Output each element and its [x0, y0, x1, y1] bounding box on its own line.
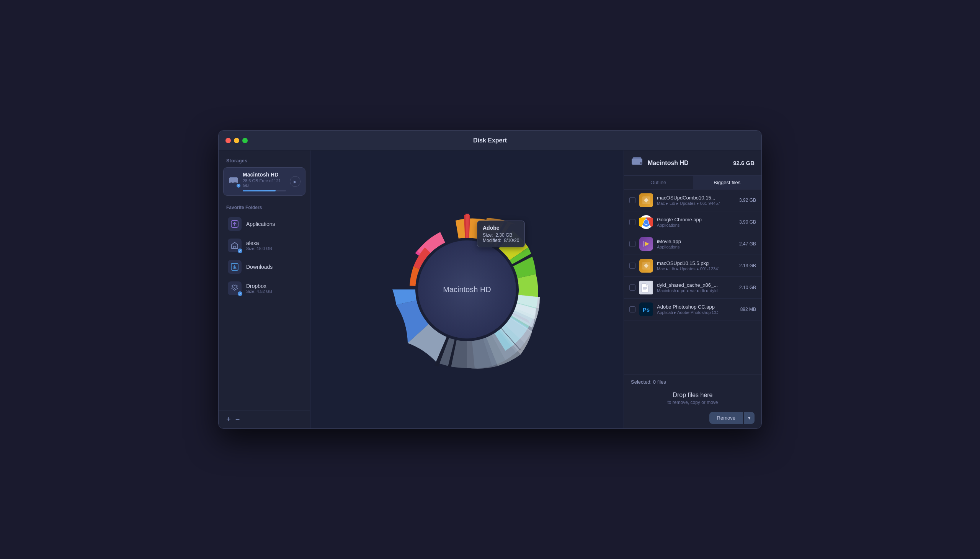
right-tabs: Outline Biggest files	[624, 176, 762, 190]
right-drive-size: 92.6 GB	[733, 160, 755, 166]
tooltip-size-label: Size:	[483, 232, 493, 238]
dropbox-text: Dropbox Size: 4.52 GB	[246, 283, 272, 294]
storages-label: Storages	[218, 158, 310, 167]
file-name: Adobe Photoshop CC.app	[657, 304, 737, 310]
file-name: macOSUpdCombo10.15...	[657, 195, 735, 201]
tooltip-size-value: 2.30 GB	[495, 232, 512, 238]
svg-rect-5	[233, 246, 236, 248]
alexa-name: alexa	[246, 240, 272, 246]
storage-info: Macintosh HD 28.6 GB Free of 121 GB	[243, 172, 286, 192]
close-button[interactable]	[225, 138, 231, 143]
tab-biggest-files[interactable]: Biggest files	[693, 176, 762, 189]
chart-area: Macintosh HD Adobe Size: 2.30 GB Modifie…	[311, 150, 624, 428]
file-icon-chrome	[639, 215, 653, 229]
svg-rect-3	[233, 182, 236, 183]
sidebar-bottom: + −	[218, 410, 310, 428]
file-checkbox[interactable]	[630, 306, 635, 313]
right-panel: Macintosh HD 92.6 GB Outline Biggest fil…	[624, 150, 762, 428]
file-icon-pkg	[639, 194, 653, 207]
svg-point-9	[418, 240, 516, 339]
selected-count: Selected: 0 files	[631, 379, 755, 385]
file-icon-pkg2	[639, 259, 653, 273]
traffic-lights	[225, 138, 248, 143]
remove-button[interactable]: Remove	[709, 412, 743, 424]
file-path: Applications	[657, 245, 735, 249]
file-checkbox[interactable]	[630, 284, 635, 291]
file-info: Adobe Photoshop CC.app Applicati ▸ Adobe…	[657, 304, 737, 315]
file-size: 2.13 GB	[739, 263, 756, 268]
file-icon-imovie	[639, 237, 653, 251]
storage-check-badge: ✓	[236, 184, 240, 188]
tooltip-modified-label: Modified:	[483, 238, 501, 243]
applications-icon	[228, 217, 241, 231]
main-content: Storages ✓ Macintosh HD 28.6 GB Free of …	[218, 150, 762, 428]
file-path: Applicati ▸ Adobe Photoshop CC	[657, 310, 737, 315]
file-item[interactable]: iMovie.app Applications 2.47 GB	[624, 233, 762, 255]
file-checkbox[interactable]	[630, 241, 635, 247]
file-info: Google Chrome.app Applications	[657, 217, 735, 227]
alexa-icon: ✓	[228, 238, 241, 252]
sidebar-item-alexa[interactable]: ✓ alexa Size: 18.0 GB	[221, 235, 307, 256]
file-size: 3.90 GB	[739, 219, 756, 225]
file-info: dyld_shared_cache_x86_... Macintosh ▸ pr…	[657, 282, 735, 293]
remove-dropdown-button[interactable]: ▾	[744, 412, 755, 424]
storage-progress-fill	[243, 190, 276, 192]
file-item[interactable]: Google Chrome.app Applications 3.90 GB	[624, 211, 762, 233]
remove-favorite-button[interactable]: −	[235, 415, 240, 424]
app-title: Disk Expert	[473, 137, 507, 144]
file-item[interactable]: dyld_shared_cache_x86_... Macintosh ▸ pr…	[624, 277, 762, 299]
applications-name: Applications	[246, 221, 275, 227]
sidebar-item-dropbox[interactable]: ✓ Dropbox Size: 4.52 GB	[221, 278, 307, 299]
svg-point-18	[644, 220, 648, 224]
add-favorite-button[interactable]: +	[226, 415, 231, 424]
dropbox-icon: ✓	[228, 281, 241, 295]
alexa-size: Size: 18.0 GB	[246, 246, 272, 251]
file-info: iMovie.app Applications	[657, 238, 735, 249]
dropbox-name: Dropbox	[246, 283, 272, 289]
tooltip-title: Adobe	[483, 225, 519, 231]
maximize-button[interactable]	[242, 138, 248, 143]
file-info: macOSUpd10.15.5.pkg Mac ▸ Lib ▸ Updates …	[657, 260, 735, 271]
dropbox-size: Size: 4.52 GB	[246, 289, 272, 294]
file-path: Applications	[657, 223, 735, 227]
storage-macintosh-hd[interactable]: ✓ Macintosh HD 28.6 GB Free of 121 GB ▶	[223, 167, 306, 196]
storage-play-button[interactable]: ▶	[290, 176, 301, 187]
file-checkbox[interactable]	[630, 263, 635, 269]
svg-rect-1	[230, 177, 237, 178]
sidebar-item-downloads[interactable]: Downloads	[221, 256, 307, 278]
right-drive-name: Macintosh HD	[648, 160, 729, 167]
storage-sub: 28.6 GB Free of 121 GB	[243, 179, 286, 188]
drop-zone-main: Drop files here	[631, 392, 755, 399]
chart-tooltip: Adobe Size: 2.30 GB Modified: 8/10/20	[477, 220, 525, 247]
file-item[interactable]: Ps Adobe Photoshop CC.app Applicati ▸ Ad…	[624, 299, 762, 321]
storage-progress-bar	[243, 190, 286, 192]
file-path: Mac ▸ Lib ▸ Updates ▸ 001-12341	[657, 266, 735, 271]
file-size: 2.47 GB	[739, 241, 756, 246]
file-icon-generic	[639, 281, 653, 294]
file-size: 3.92 GB	[739, 198, 756, 203]
tab-outline[interactable]: Outline	[624, 176, 693, 189]
dropbox-check-badge: ✓	[238, 291, 242, 296]
favorite-folders-label: Favorite Folders	[218, 202, 310, 213]
file-icon-ps: Ps	[639, 303, 653, 316]
file-name: Google Chrome.app	[657, 217, 735, 222]
tooltip-size: Size: 2.30 GB	[483, 232, 519, 238]
sidebar-item-applications[interactable]: Applications	[221, 213, 307, 235]
tooltip-modified-value: 8/10/20	[504, 238, 519, 243]
file-item[interactable]: macOSUpdCombo10.15... Mac ▸ Lib ▸ Update…	[624, 190, 762, 211]
right-footer: Selected: 0 files Drop files here to rem…	[624, 374, 762, 428]
file-checkbox[interactable]	[630, 197, 635, 203]
file-name: iMovie.app	[657, 238, 735, 244]
file-checkbox[interactable]	[630, 219, 635, 225]
svg-rect-11	[633, 157, 641, 159]
tooltip-modified: Modified: 8/10/20	[483, 238, 519, 243]
svg-rect-0	[229, 178, 238, 183]
disk-chart[interactable]: Macintosh HD Adobe Size: 2.30 GB Modifie…	[367, 190, 567, 389]
sidebar: Storages ✓ Macintosh HD 28.6 GB Free of …	[218, 150, 311, 428]
drive-icon: ✓	[228, 176, 239, 187]
minimize-button[interactable]	[234, 138, 239, 143]
file-name: macOSUpd10.15.5.pkg	[657, 260, 735, 266]
drop-zone-sub: to remove, copy or move	[631, 400, 755, 405]
right-header: Macintosh HD 92.6 GB	[624, 150, 762, 176]
file-item[interactable]: macOSUpd10.15.5.pkg Mac ▸ Lib ▸ Updates …	[624, 255, 762, 277]
